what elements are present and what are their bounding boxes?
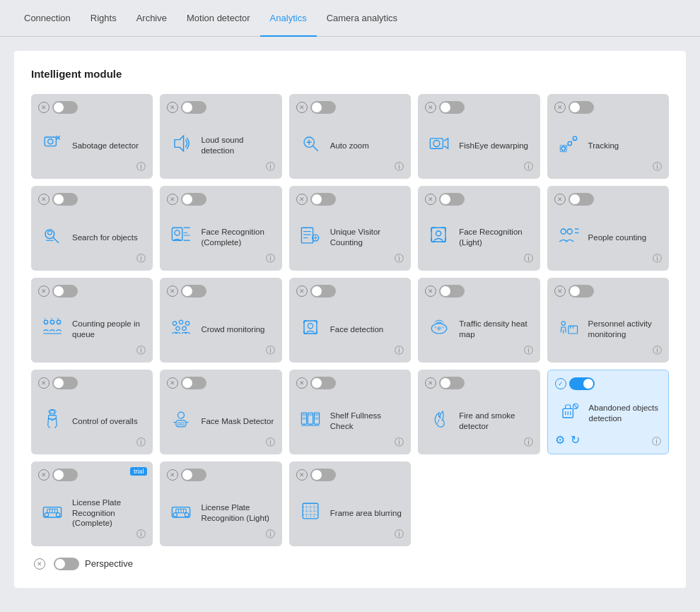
toggle-personnel[interactable] <box>568 285 594 298</box>
toggle-row-personnel: ✕ <box>554 285 662 298</box>
nav-archive[interactable]: Archive <box>127 0 177 37</box>
info-icon-auto-zoom[interactable]: ⓘ <box>395 160 404 173</box>
module-card-overalls: ✕ Control of overallsⓘ <box>31 370 153 454</box>
info-icon-facemask[interactable]: ⓘ <box>266 436 275 449</box>
info-icon-personnel[interactable]: ⓘ <box>653 344 662 357</box>
toggle-face-recog-light[interactable] <box>439 193 465 206</box>
toggle-people-counting[interactable] <box>568 193 594 206</box>
toggle-face-recog-complete[interactable] <box>181 193 206 206</box>
toggle-lpr-light[interactable] <box>181 469 206 481</box>
toggle-x-traffic-density[interactable]: ✕ <box>425 286 436 297</box>
info-icon-loud-sound[interactable]: ⓘ <box>266 160 275 173</box>
toggle-overalls[interactable] <box>52 377 78 389</box>
info-icon-face-recog-light[interactable]: ⓘ <box>524 252 533 265</box>
module-card-loud-sound: ✕ Loud sound detectionⓘ <box>160 94 281 179</box>
svg-rect-90 <box>302 417 305 420</box>
toggle-knob-abandoned <box>583 379 593 389</box>
toggle-x-count-queue[interactable]: ✕ <box>38 286 49 297</box>
toggle-x-frame-blur[interactable]: ✕ <box>296 469 308 481</box>
module-label-auto-zoom: Auto zoom <box>330 141 369 151</box>
module-label-shelf: Shelf Fullness Check <box>330 411 404 432</box>
info-icon-people-counting[interactable]: ⓘ <box>653 252 662 265</box>
toggle-crowd[interactable] <box>181 285 206 298</box>
toggle-auto-zoom[interactable] <box>310 101 336 114</box>
toggle-count-queue[interactable] <box>52 285 78 298</box>
shelf-icon <box>296 406 325 436</box>
toggle-x-abandoned[interactable]: ✓ <box>555 378 566 389</box>
toggle-tracking[interactable] <box>568 101 594 114</box>
toggle-loud-sound[interactable] <box>181 101 206 114</box>
toggle-x-shelf[interactable]: ✕ <box>296 377 308 389</box>
toggle-x-facemask[interactable]: ✕ <box>167 377 178 389</box>
toggle-x-tracking[interactable]: ✕ <box>554 102 566 113</box>
info-icon-search-objects[interactable]: ⓘ <box>136 252 146 265</box>
nav-camera-analytics[interactable]: Camera analytics <box>317 0 407 37</box>
toggle-abandoned[interactable] <box>569 377 595 390</box>
info-icon-traffic-density[interactable]: ⓘ <box>524 344 533 357</box>
nav-rights[interactable]: Rights <box>81 0 127 37</box>
info-icon-unique-visitor[interactable]: ⓘ <box>395 252 404 265</box>
nav-analytics[interactable]: Analytics <box>260 0 317 37</box>
toggle-x-loud-sound[interactable]: ✕ <box>167 102 178 113</box>
main-content: Intelligent module ✕ Sabotage detectorⓘ✕… <box>0 37 700 602</box>
info-icon-fisheye[interactable]: ⓘ <box>524 160 533 173</box>
countqueue-icon: 1 2 3 <box>38 314 66 344</box>
toggle-x-unique-visitor[interactable]: ✕ <box>296 194 308 205</box>
toggle-knob-unique-visitor <box>312 194 322 204</box>
toggle-face-detect[interactable] <box>310 285 336 298</box>
info-icon-sabotage[interactable]: ⓘ <box>136 160 146 173</box>
icon-area-face-detect: Face detection <box>296 303 404 355</box>
toggle-x-lpr-complete[interactable]: ✕ <box>38 469 49 481</box>
module-card-count-queue: ✕ 1 2 3 Counting people in queueⓘ <box>31 278 153 363</box>
toggle-fisheye[interactable] <box>439 101 465 114</box>
toggle-x-lpr-light[interactable]: ✕ <box>167 469 178 481</box>
toggle-x-face-recog-complete[interactable]: ✕ <box>167 194 178 205</box>
toggle-unique-visitor[interactable] <box>310 193 336 206</box>
toggle-x-face-detect[interactable]: ✕ <box>296 286 308 297</box>
toggle-row-loud-sound: ✕ <box>167 101 274 114</box>
toggle-frame-blur[interactable] <box>310 469 336 481</box>
perspective-toggle[interactable] <box>54 558 79 570</box>
info-icon-lpr-complete[interactable]: ⓘ <box>136 528 146 541</box>
info-icon-frame-blur[interactable]: ⓘ <box>395 528 404 541</box>
perspective-toggle-x[interactable]: ✕ <box>34 558 45 570</box>
info-icon-abandoned[interactable]: ⓘ <box>652 435 661 448</box>
info-icon-lpr-light[interactable]: ⓘ <box>266 528 275 541</box>
settings-icon-abandoned[interactable]: ⚙ <box>555 433 565 447</box>
info-icon-face-recog-complete[interactable]: ⓘ <box>266 252 275 265</box>
toggle-x-auto-zoom[interactable]: ✕ <box>296 102 308 113</box>
facerecoglight-icon <box>425 223 453 252</box>
info-icon-count-queue[interactable]: ⓘ <box>136 344 146 357</box>
info-icon-fire-smoke[interactable]: ⓘ <box>524 436 533 449</box>
toggle-traffic-density[interactable] <box>439 285 465 298</box>
toggle-facemask[interactable] <box>181 377 206 389</box>
info-icon-shelf[interactable]: ⓘ <box>395 436 404 449</box>
toggle-x-people-counting[interactable]: ✕ <box>554 194 566 205</box>
info-icon-tracking[interactable]: ⓘ <box>653 160 662 173</box>
toggle-x-fisheye[interactable]: ✕ <box>425 102 436 113</box>
svg-point-20 <box>175 230 180 235</box>
nav-connection[interactable]: Connection <box>14 0 81 37</box>
toggle-x-search-objects[interactable]: ✕ <box>38 194 49 205</box>
info-icon-crowd[interactable]: ⓘ <box>266 344 275 357</box>
module-label-face-recog-light: Face Recognition (Light) <box>459 227 532 248</box>
toggle-sabotage[interactable] <box>52 101 78 114</box>
toggle-x-sabotage[interactable]: ✕ <box>38 102 49 113</box>
toggle-x-crowd[interactable]: ✕ <box>167 286 178 297</box>
toggle-search-objects[interactable] <box>52 193 78 206</box>
nav-motion-detector[interactable]: Motion detector <box>177 0 260 37</box>
info-icon-overalls[interactable]: ⓘ <box>136 436 146 449</box>
toggle-row-overalls: ✕ <box>38 377 146 389</box>
crowd-icon <box>167 314 195 344</box>
icon-area-traffic-density: Traffic density heat map <box>425 303 532 355</box>
toggle-shelf[interactable] <box>310 377 336 389</box>
toggle-x-fire-smoke[interactable]: ✕ <box>425 377 436 389</box>
toggle-x-face-recog-light[interactable]: ✕ <box>425 194 436 205</box>
toggle-knob-crowd <box>182 286 192 296</box>
toggle-fire-smoke[interactable] <box>439 377 465 389</box>
toggle-x-overalls[interactable]: ✕ <box>38 377 49 389</box>
toggle-x-personnel[interactable]: ✕ <box>554 286 566 297</box>
toggle-lpr-complete[interactable] <box>52 469 78 481</box>
refresh-icon-abandoned[interactable]: ↻ <box>571 433 580 447</box>
info-icon-face-detect[interactable]: ⓘ <box>395 344 404 357</box>
